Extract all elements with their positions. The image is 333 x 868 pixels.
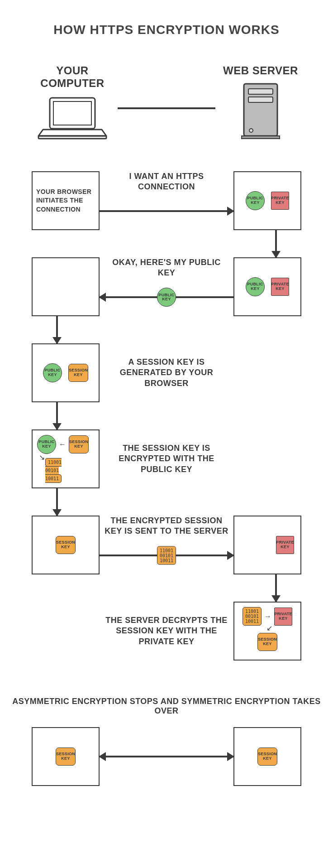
public-key-on-arrow: PUBLICKEY (157, 288, 176, 307)
step-1: YOUR BROWSER INITIATES THE CONNECTION I … (9, 171, 324, 230)
private-key-icon: PRIVATEKEY (271, 278, 289, 296)
client-label: YOUR COMPUTER (27, 64, 118, 90)
server-box-1: PUBLICKEY PRIVATEKEY (233, 171, 301, 230)
session-key-icon: SESSIONKEY (257, 747, 277, 766)
client-box-2 (32, 257, 100, 316)
svg-rect-0 (50, 98, 95, 129)
small-arrow-right-icon: → (264, 612, 271, 621)
client-box-final: SESSIONKEY (32, 727, 100, 786)
step-3: PUBLICKEY SESSIONKEY A SESSION KEY IS GE… (9, 343, 324, 402)
private-key-icon: PRIVATEKEY (274, 608, 292, 626)
arrow-left-icon: PUBLICKEY (100, 296, 233, 298)
svg-rect-4 (248, 89, 273, 94)
public-key-icon: PUBLICKEY (246, 277, 265, 296)
step1-box-text: YOUR BROWSER INITIATES THE CONNECTION (36, 188, 95, 214)
arrow-bidirectional-icon (100, 756, 233, 757)
down-arrow-icon (275, 574, 277, 602)
private-key-icon: PRIVATEKEY (271, 192, 289, 210)
step5-label: THE ENCRYPTED SESSION KEY IS SENT TO THE… (100, 516, 233, 537)
step-4: PUBLICKEY ← SESSIONKEY ↘ 11001 00101 100… (9, 429, 324, 488)
step4-label: THE SESSION KEY IS ENCRYPTED WITH THE PU… (100, 443, 233, 475)
connection-line (118, 107, 215, 109)
svg-point-6 (249, 129, 253, 132)
client-box-3: PUBLICKEY SESSIONKEY (32, 343, 100, 402)
private-key-icon: PRIVATEKEY (276, 536, 294, 554)
laptop-icon (27, 94, 118, 144)
session-key-icon: SESSIONKEY (56, 747, 76, 766)
step3-label: A SESSION KEY IS GENERATED BY YOUR BROWS… (100, 357, 233, 389)
step2-label: OKAY, HERE'S MY PUBLIC KEY (100, 257, 233, 279)
server-box-2: PUBLICKEY PRIVATEKEY (233, 257, 301, 316)
server-label: WEB SERVER (215, 64, 306, 77)
small-arrow-down-icon: ↘ (39, 453, 45, 462)
step-5: SESSIONKEY THE ENCRYPTED SESSION KEY IS … (9, 516, 324, 574)
ciphertext-on-arrow: 11001 00101 10011 (157, 546, 176, 565)
header-row: YOUR COMPUTER WEB SERVER (9, 64, 324, 144)
client-box-4: PUBLICKEY ← SESSIONKEY ↘ 11001 00101 100… (32, 429, 100, 488)
server-box-6: 11001 00101 10011 → PRIVATEKEY ↙ SESSION… (233, 602, 301, 661)
session-key-icon: SESSIONKEY (69, 435, 89, 453)
step-2: OKAY, HERE'S MY PUBLIC KEY PUBLICKEY PUB… (9, 257, 324, 316)
small-arrow-down-icon: ↙ (266, 624, 272, 632)
svg-rect-7 (242, 136, 280, 139)
step-6: THE SERVER DECRYPTS THE SESSION KEY WITH… (9, 602, 324, 661)
session-key-icon: SESSIONKEY (56, 536, 76, 554)
public-key-icon: PUBLICKEY (37, 435, 56, 454)
svg-rect-5 (248, 97, 273, 102)
arrow-right-icon (100, 210, 233, 212)
public-key-icon: PUBLICKEY (246, 191, 265, 210)
down-arrow-icon (56, 488, 58, 516)
client-box-5: SESSIONKEY (32, 516, 100, 574)
ciphertext-icon: 11001 00101 10011 (243, 607, 262, 626)
down-arrow-icon (56, 316, 58, 343)
server-box-5: PRIVATEKEY (233, 516, 301, 574)
diagram-title: HOW HTTPS ENCRYPTION WORKS (9, 23, 324, 37)
session-key-icon: SESSIONKEY (68, 364, 88, 382)
svg-rect-1 (53, 101, 91, 125)
svg-rect-2 (38, 136, 106, 139)
small-arrow-left-icon: ← (59, 440, 66, 448)
step6-label: THE SERVER DECRYPTS THE SESSION KEY WITH… (100, 615, 233, 647)
down-arrow-icon (275, 230, 277, 257)
server-box-final: SESSIONKEY (233, 727, 301, 786)
ciphertext-icon: 11001 00101 10011 (45, 458, 62, 483)
session-key-icon: SESSIONKEY (257, 633, 277, 651)
arrow-right-icon: 11001 00101 10011 (100, 555, 233, 556)
step1-label: I WANT AN HTTPS CONNECTION (100, 171, 233, 193)
client-box-1: YOUR BROWSER INITIATES THE CONNECTION (32, 171, 100, 230)
server-icon (215, 82, 306, 140)
down-arrow-icon (56, 402, 58, 429)
public-key-icon: PUBLICKEY (43, 363, 62, 382)
footer-label: ASYMMETRIC ENCRYPTION STOPS AND SYMMETRI… (9, 697, 324, 716)
final-row: SESSIONKEY SESSIONKEY (9, 727, 324, 786)
